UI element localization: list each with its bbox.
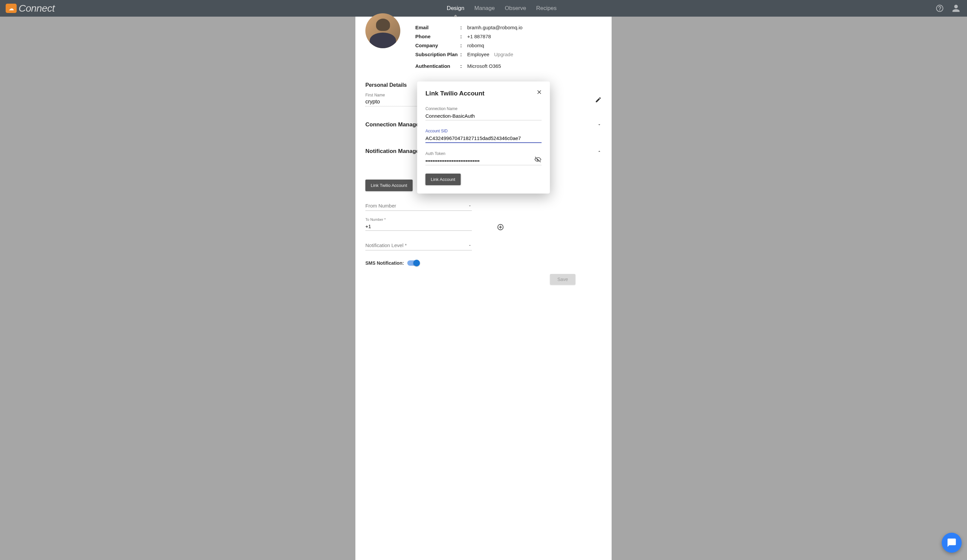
modal-title: Link Twilio Account [426,90,542,97]
cloud-icon: ☁ [6,4,17,13]
link-twilio-modal: Link Twilio Account Connection Name Acco… [417,81,550,194]
tab-observe[interactable]: Observe [500,0,531,16]
edit-icon[interactable] [595,96,602,103]
logo[interactable]: ☁ Connect [6,3,54,14]
to-number-input[interactable] [365,222,472,231]
account-sid-label: Account SID [426,129,542,133]
phone-label: Phone [415,34,460,39]
auth-token-field: Auth Token [426,151,542,165]
profile-info: Email:bramh.gupta@robomq.io Phone:+1 887… [415,20,602,72]
nav-tabs: Design Manage Observe Recipes [68,0,936,16]
save-button[interactable]: Save [550,274,575,285]
to-number-row: To Number * [365,217,602,231]
dropdown-icon [468,204,472,208]
notification-level-label: Notification Level * [365,242,407,248]
tab-design[interactable]: Design [442,0,470,16]
visibility-off-icon[interactable] [535,156,542,163]
app-header: ☁ Connect Design Manage Observe Recipes [0,0,967,16]
company-label: Company [415,43,460,48]
sms-notification-label: SMS Notification: [365,260,404,266]
logo-text: Connect [19,3,54,14]
tab-manage[interactable]: Manage [470,0,500,16]
chat-fab[interactable] [942,533,962,553]
link-twilio-account-button[interactable]: Link Twilio Account [365,180,413,191]
email-label: Email [415,25,460,30]
plan-value: Employee [467,51,490,57]
sms-toggle[interactable] [407,260,419,266]
add-icon[interactable] [497,224,504,231]
first-name-label: First Name [365,93,385,97]
auth-value: Microsoft O365 [467,63,501,69]
header-right [936,3,961,14]
chevron-up-icon [597,149,602,154]
connection-name-label: Connection Name [426,106,542,111]
connection-name-input[interactable] [426,112,542,120]
from-number-select[interactable]: From Number [365,203,472,211]
auth-token-input[interactable] [426,156,542,165]
email-value: bramh.gupta@robomq.io [467,25,522,30]
link-account-button[interactable]: Link Account [426,174,461,185]
sms-toggle-row: SMS Notification: [365,260,602,266]
auth-label: Authentication [415,63,460,69]
tab-recipes[interactable]: Recipes [531,0,561,16]
dropdown-icon [468,244,472,247]
plan-label: Subscription Plan [415,51,460,57]
profile-top: Email:bramh.gupta@robomq.io Phone:+1 887… [365,20,602,72]
chat-icon [947,538,957,548]
auth-token-label: Auth Token [426,151,542,156]
to-number-label: To Number * [365,217,472,221]
connection-name-field: Connection Name [426,106,542,120]
upgrade-link[interactable]: Upgrade [494,51,513,57]
from-number-label: From Number [365,203,396,209]
chevron-down-icon [597,122,602,127]
notification-level-select[interactable]: Notification Level * [365,242,472,250]
phone-value: +1 887878 [467,34,491,39]
close-icon[interactable] [536,89,543,96]
account-sid-input[interactable] [426,134,542,143]
avatar [365,13,400,48]
company-value: robomq [467,43,484,48]
account-sid-field: Account SID [426,129,542,143]
help-icon[interactable] [936,4,944,13]
user-icon[interactable] [951,3,961,14]
